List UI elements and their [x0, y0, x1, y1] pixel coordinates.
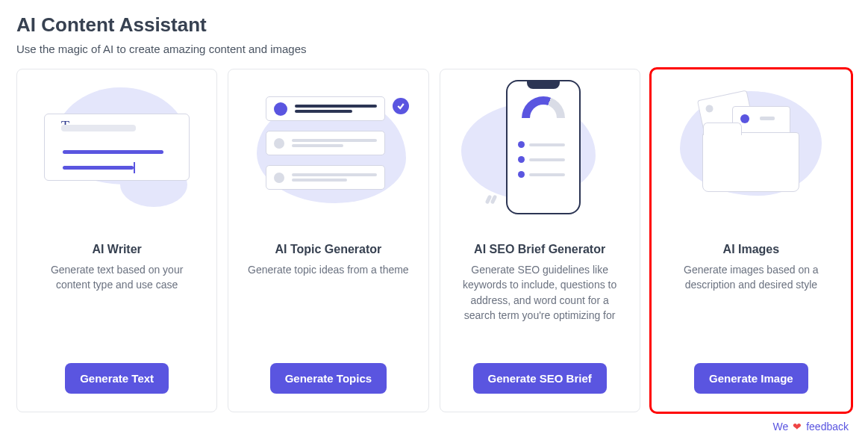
- page-title: AI Content Assistant: [16, 13, 852, 37]
- card-ai-topic-generator: AI Topic Generator Generate topic ideas …: [228, 69, 428, 412]
- card-description: Generate text based on your content type…: [31, 262, 203, 354]
- check-icon: [393, 98, 409, 114]
- card-title: AI SEO Brief Generator: [474, 243, 605, 256]
- card-ai-writer: T AI Writer Generate text based on your …: [16, 69, 217, 412]
- page-subtitle: Use the magic of AI to create amazing co…: [16, 43, 852, 55]
- topic-illustration: [242, 80, 414, 222]
- cards-container: T AI Writer Generate text based on your …: [16, 69, 852, 412]
- images-illustration: [665, 80, 837, 222]
- card-description: Generate images based on a description a…: [665, 262, 837, 354]
- card-description: Generate topic ideas from a theme: [245, 262, 412, 354]
- writer-illustration: T: [31, 80, 203, 222]
- card-description: Generate SEO guidelines like keywords to…: [454, 262, 626, 354]
- feedback-prefix: We: [772, 421, 788, 433]
- card-title: AI Writer: [92, 243, 141, 256]
- seo-illustration: [454, 80, 626, 222]
- card-title: AI Images: [723, 243, 780, 256]
- generate-image-button[interactable]: Generate Image: [694, 363, 808, 394]
- feedback-suffix: feedback: [806, 421, 849, 433]
- generate-text-button[interactable]: Generate Text: [65, 363, 169, 394]
- generate-seo-brief-button[interactable]: Generate SEO Brief: [473, 363, 607, 394]
- heart-icon: ❤: [793, 421, 802, 433]
- card-ai-images: AI Images Generate images based on a des…: [651, 69, 852, 412]
- feedback-link[interactable]: We ❤ feedback: [772, 421, 849, 433]
- card-ai-seo-brief-generator: AI SEO Brief Generator Generate SEO guid…: [440, 69, 640, 412]
- card-title: AI Topic Generator: [275, 243, 381, 256]
- generate-topics-button[interactable]: Generate Topics: [270, 363, 387, 394]
